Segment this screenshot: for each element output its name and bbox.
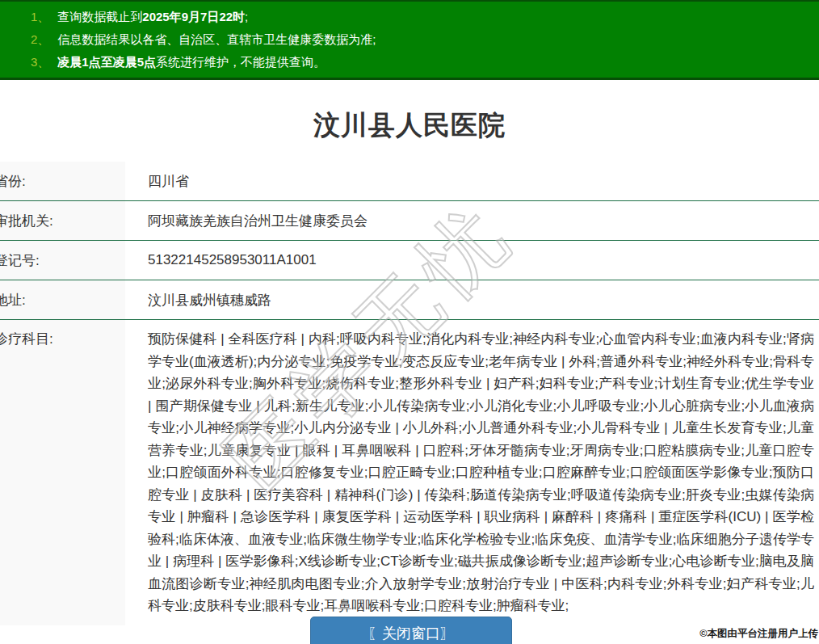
page-title: 汶川县人民医院 bbox=[0, 107, 819, 144]
row-value: 阿坝藏族羌族自治州卫生健康委员会 bbox=[125, 201, 819, 240]
notice-text: 信息数据结果以各省、自治区、直辖市卫生健康委数据为准; bbox=[57, 32, 376, 46]
notice-number: 1、 bbox=[31, 10, 49, 23]
row-label: 审批机关: bbox=[0, 201, 125, 240]
notice-text-bold: 凌晨1点至凌晨5点 bbox=[57, 55, 156, 69]
notice-line-2: 2、信息数据结果以各省、自治区、直辖市卫生健康委数据为准; bbox=[0, 28, 811, 51]
notice-text: ; bbox=[245, 10, 248, 23]
table-row-approval-authority: 审批机关: 阿坝藏族羌族自治州卫生健康委员会 bbox=[0, 201, 819, 241]
notice-text-bold: 2025年9月7日22时 bbox=[142, 10, 245, 23]
notice-line-1: 1、查询数据截止到2025年9月7日22时; bbox=[0, 6, 811, 28]
row-label: 省份: bbox=[0, 162, 125, 200]
hospital-info-table: 省份: 四川省 审批机关: 阿坝藏族羌族自治州卫生健康委员会 登记号: 5132… bbox=[0, 162, 819, 625]
attribution-text: ©本图由平台注册用户上传 bbox=[699, 627, 818, 641]
row-value: 51322145258953011A1001 bbox=[125, 241, 819, 280]
table-row-registration-number: 登记号: 51322145258953011A1001 bbox=[0, 241, 819, 280]
notice-number: 2、 bbox=[31, 32, 49, 46]
row-label: 登记号: bbox=[0, 241, 125, 280]
row-value: 四川省 bbox=[125, 162, 819, 200]
row-label: 诊疗科目: bbox=[0, 320, 125, 625]
notice-banner: 1、查询数据截止到2025年9月7日22时; 2、信息数据结果以各省、自治区、直… bbox=[0, 0, 819, 80]
notice-text: 查询数据截止到 bbox=[57, 10, 142, 23]
notice-line-3: 3、凌晨1点至凌晨5点系统进行维护，不能提供查询。 bbox=[0, 51, 811, 74]
row-value: 预防保健科 | 全科医疗科 | 内科;呼吸内科专业;消化内科专业;神经内科专业;… bbox=[125, 320, 819, 625]
notice-number: 3、 bbox=[31, 55, 49, 69]
table-row-province: 省份: 四川省 bbox=[0, 162, 819, 201]
row-value: 汶川县威州镇穗威路 bbox=[125, 280, 819, 319]
row-label: 地址: bbox=[0, 280, 125, 319]
close-window-button[interactable]: 〖关闭窗口〗 bbox=[310, 617, 512, 644]
notice-text: 系统进行维护，不能提供查询。 bbox=[156, 55, 326, 69]
table-row-medical-subjects: 诊疗科目: 预防保健科 | 全科医疗科 | 内科;呼吸内科专业;消化内科专业;神… bbox=[0, 320, 819, 625]
table-row-address: 地址: 汶川县威州镇穗威路 bbox=[0, 280, 819, 320]
